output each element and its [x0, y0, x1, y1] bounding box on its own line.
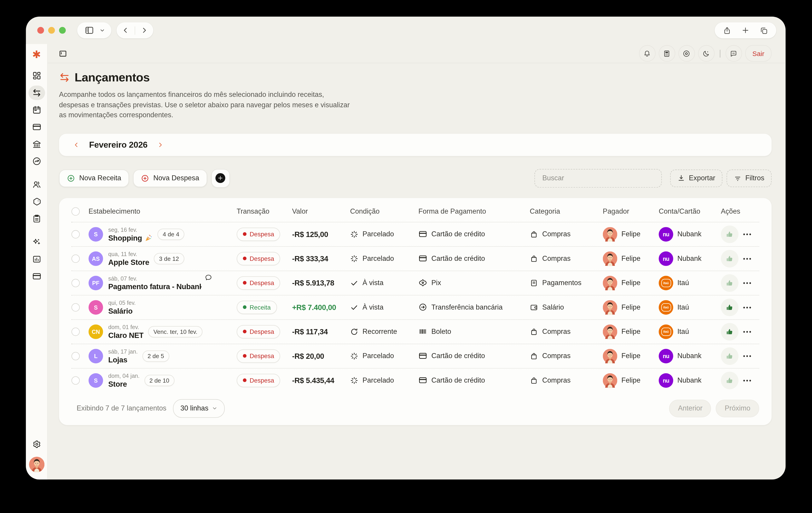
users-icon — [32, 180, 41, 189]
notifications-button[interactable] — [639, 45, 656, 62]
logout-button[interactable]: Sair — [745, 45, 772, 62]
transaction-value: -R$ 5.435,44 — [292, 376, 350, 385]
new-income-button[interactable]: Nova Receita — [59, 169, 129, 187]
sidebar-item-notes[interactable] — [28, 211, 45, 226]
feedback-button[interactable] — [725, 45, 742, 62]
show-tabs-button[interactable] — [754, 22, 773, 38]
sidebar-menu-button[interactable] — [99, 22, 109, 38]
table-row[interactable]: S qui, 05 fev. Salário Receita +R$ 7.400… — [71, 295, 759, 319]
sidebar-item-performance[interactable] — [28, 154, 45, 168]
app-logo-icon[interactable]: ✱ — [32, 49, 41, 60]
row-menu-button[interactable]: ••• — [743, 353, 752, 359]
thumbs-up-icon — [725, 230, 734, 238]
sidebar-toggle-icon — [85, 25, 94, 35]
search-input[interactable] — [541, 174, 655, 183]
approve-thumb-button[interactable] — [721, 274, 738, 292]
sidebar-item-ai[interactable] — [28, 235, 45, 249]
establishment-avatar: CN — [89, 324, 103, 339]
sidebar-item-transactions[interactable] — [28, 85, 45, 100]
sidebar-item-reports[interactable] — [28, 252, 45, 266]
table-row[interactable]: AS qua, 11 fev. Apple Store 3 de 12 Desp… — [71, 246, 759, 270]
export-button[interactable]: Exportar — [670, 169, 723, 187]
table-row[interactable]: S seg, 16 fev. Shopping 4 de 4 Despesa -… — [71, 222, 759, 246]
sidebar-item-accounts[interactable] — [28, 269, 45, 283]
nubank-logo: nu — [659, 349, 673, 363]
approve-thumb-button[interactable] — [721, 323, 738, 341]
sidebar-item-users[interactable] — [28, 177, 45, 192]
approve-thumb-button[interactable] — [721, 225, 738, 243]
category-cell: Compras — [530, 376, 603, 385]
table-body: S seg, 16 fev. Shopping 4 de 4 Despesa -… — [71, 222, 759, 393]
table-row[interactable]: L sáb, 17 jan. Lojas 2 de 5 Despesa -R$ … — [71, 344, 759, 368]
table-row[interactable]: CN dom, 01 fev. Claro NET Venc. ter, 10 … — [71, 319, 759, 343]
row-checkbox[interactable] — [71, 352, 80, 360]
dark-mode-button[interactable] — [698, 45, 715, 62]
row-checkbox[interactable] — [71, 230, 80, 238]
browser-actions-group — [715, 22, 776, 38]
back-button[interactable] — [116, 22, 135, 38]
status-dot — [243, 354, 246, 358]
next-page-button[interactable]: Próximo — [716, 400, 759, 417]
row-checkbox[interactable] — [71, 303, 80, 312]
close-window-button[interactable] — [37, 27, 44, 34]
actions-cell: ••• — [721, 250, 759, 267]
account-name: Itaú — [677, 279, 689, 287]
select-all-checkbox[interactable] — [71, 207, 80, 216]
more-actions-button[interactable] — [211, 169, 230, 187]
new-expense-button[interactable]: Nova Despesa — [133, 169, 207, 187]
row-checkbox[interactable] — [71, 376, 80, 385]
row-menu-button[interactable]: ••• — [743, 280, 752, 286]
sidebar-item-calendar[interactable] — [28, 102, 45, 117]
calculator-button[interactable] — [659, 45, 675, 62]
toggle-sidebar-button[interactable] — [79, 22, 99, 38]
filters-label: Filtros — [745, 174, 764, 182]
transaction-value: -R$ 125,00 — [292, 230, 350, 238]
row-menu-button[interactable]: ••• — [743, 328, 752, 334]
payer-cell: Felipe — [603, 275, 659, 290]
sidebar-item-settings[interactable] — [28, 437, 45, 451]
row-checkbox[interactable] — [71, 327, 80, 336]
category-cell: Salário — [530, 303, 603, 312]
user-avatar[interactable] — [29, 457, 45, 473]
share-button[interactable] — [718, 22, 736, 38]
privacy-button[interactable] — [678, 45, 695, 62]
rows-per-page-select[interactable]: 30 linhas — [173, 399, 225, 417]
payment-method-label: Cartão de crédito — [431, 255, 485, 262]
account-cell: nu Nubank — [659, 227, 721, 241]
row-menu-button[interactable]: ••• — [743, 255, 752, 262]
approve-thumb-button[interactable] — [721, 347, 738, 365]
sidebar-item-tags[interactable] — [28, 194, 45, 209]
forward-button[interactable] — [135, 22, 153, 38]
category-cell: Compras — [530, 352, 603, 360]
row-menu-button[interactable]: ••• — [743, 377, 752, 383]
table-row[interactable]: PF sáb, 07 fev. Pagamento fatura - Nuban… — [71, 270, 759, 295]
row-checkbox[interactable] — [71, 254, 80, 263]
new-tab-button[interactable] — [736, 22, 754, 38]
row-menu-button[interactable]: ••• — [743, 231, 752, 237]
table-row[interactable]: S dom, 04 jan. Store 2 de 10 Despesa -R$… — [71, 368, 759, 392]
chevron-down-icon — [212, 405, 218, 411]
zoom-window-button[interactable] — [59, 27, 66, 34]
payer-avatar — [603, 227, 617, 241]
actions-cell: ••• — [721, 274, 759, 292]
sidebar-item-cards[interactable] — [28, 119, 45, 134]
approve-thumb-button[interactable] — [721, 372, 738, 389]
filters-button[interactable]: Filtros — [727, 169, 772, 187]
sidebar-item-dashboard[interactable] — [28, 68, 45, 83]
next-month-button[interactable] — [156, 140, 165, 150]
bell-icon — [643, 49, 651, 57]
sidebar-item-banks[interactable] — [28, 137, 45, 151]
payment-method-label: Cartão de crédito — [431, 352, 485, 360]
row-checkbox[interactable] — [71, 279, 80, 287]
transaction-date: sáb, 07 fev. — [108, 275, 201, 282]
column-header-payment-method: Forma de Pagamento — [418, 208, 530, 215]
collapse-sidebar-button[interactable] — [58, 49, 67, 58]
minimize-window-button[interactable] — [48, 27, 55, 34]
comment-bubble-icon[interactable] — [205, 273, 212, 281]
approve-thumb-button[interactable] — [721, 250, 738, 267]
approve-thumb-button[interactable] — [721, 298, 738, 316]
row-menu-button[interactable]: ••• — [743, 304, 752, 310]
previous-month-button[interactable] — [71, 140, 81, 150]
account-name: Nubank — [677, 376, 701, 384]
previous-page-button[interactable]: Anterior — [669, 400, 712, 417]
